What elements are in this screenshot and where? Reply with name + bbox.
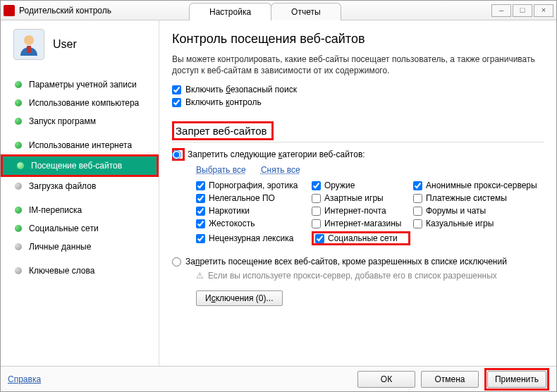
- tab-reports[interactable]: Отчеты: [271, 3, 341, 20]
- radio-block-all[interactable]: [172, 257, 181, 267]
- category-checkbox[interactable]: Казуальные игры: [413, 219, 547, 228]
- safe-search-checkbox[interactable]: [172, 85, 181, 94]
- status-dot-icon: [15, 118, 22, 125]
- radio-block-categories-row[interactable]: Запретить следующие категории веб-сайтов…: [172, 148, 544, 161]
- category-checkbox[interactable]: Нецензурная лексика: [196, 231, 309, 245]
- sidebar-item-label: Личные данные: [29, 242, 91, 252]
- link-select-all[interactable]: Выбрать все: [196, 165, 246, 175]
- category-label: Форумы и чаты: [426, 206, 486, 216]
- category-checkbox[interactable]: Форумы и чаты: [413, 206, 547, 216]
- radio-block-categories[interactable]: [172, 150, 181, 159]
- category-label: Социальные сети: [328, 233, 398, 243]
- username: User: [53, 38, 77, 51]
- main-panel: Контроль посещения веб-сайтов Вы можете …: [159, 20, 556, 366]
- category-checkbox-input[interactable]: [196, 181, 205, 190]
- category-checkbox-input[interactable]: [196, 207, 205, 216]
- category-checkbox[interactable]: Жестокость: [196, 219, 309, 228]
- category-checkbox[interactable]: Платежные системы: [413, 193, 547, 203]
- category-checkbox-input[interactable]: [312, 181, 321, 190]
- category-checkbox-input[interactable]: [196, 234, 205, 243]
- category-label: Оружие: [324, 180, 355, 190]
- nav-list: Параметры учетной записиИспользование ко…: [1, 70, 159, 280]
- category-label: Нелегальное ПО: [209, 193, 275, 203]
- sidebar-item-4[interactable]: Посещение веб-сайтов: [1, 154, 159, 177]
- app-logo-icon: [4, 5, 15, 16]
- page-description: Вы можете контролировать, какие веб-сайт…: [172, 54, 544, 76]
- sidebar-item-8[interactable]: Личные данные: [1, 238, 159, 256]
- safe-search-checkbox-row[interactable]: Включить безопасный поиск: [172, 85, 544, 94]
- status-dot-icon: [15, 183, 22, 190]
- sidebar-item-7[interactable]: Социальные сети: [1, 219, 159, 238]
- category-checkbox-input[interactable]: [413, 207, 422, 216]
- sidebar-item-label: Использование компьютера: [29, 98, 139, 108]
- sidebar-item-label: Загрузка файлов: [29, 181, 96, 191]
- category-checkbox[interactable]: Социальные сети: [312, 231, 410, 245]
- category-checkbox-input[interactable]: [196, 194, 205, 203]
- sidebar-item-label: Ключевые слова: [29, 266, 94, 276]
- category-checkbox[interactable]: Оружие: [312, 180, 410, 190]
- category-label: Азартные игры: [324, 193, 384, 203]
- category-checkbox[interactable]: Интернет-почта: [312, 206, 410, 216]
- tab-settings[interactable]: Настройка: [189, 3, 271, 20]
- maximize-button[interactable]: □: [513, 4, 532, 17]
- sidebar-item-label: Посещение веб-сайтов: [31, 161, 122, 171]
- category-label: Порнография, эротика: [209, 180, 298, 190]
- cancel-button[interactable]: Отмена: [421, 371, 479, 388]
- enable-control-checkbox[interactable]: [172, 98, 181, 107]
- svg-rect-1: [27, 46, 31, 53]
- link-clear-all[interactable]: Снять все: [261, 165, 300, 175]
- category-checkbox-input[interactable]: [413, 219, 422, 228]
- radio-block-all-row[interactable]: Запретить посещение всех веб-сайтов, кро…: [172, 257, 544, 267]
- category-label: Платежные системы: [426, 193, 507, 203]
- avatar: [13, 29, 44, 60]
- close-button[interactable]: ×: [534, 4, 553, 17]
- footer: Справка ОК Отмена Применить: [1, 366, 556, 391]
- category-checkbox[interactable]: Порнография, эротика: [196, 180, 309, 190]
- sidebar-item-0[interactable]: Параметры учетной записи: [1, 75, 159, 94]
- sidebar: User Параметры учетной записиИспользован…: [1, 20, 159, 366]
- window-title: Родительский контроль: [19, 6, 111, 16]
- sidebar-item-5[interactable]: Загрузка файлов: [1, 177, 159, 195]
- sidebar-item-2[interactable]: Запуск программ: [1, 112, 159, 130]
- apply-button-highlight: Применить: [484, 368, 549, 391]
- category-checkbox-input[interactable]: [312, 207, 321, 216]
- category-label: Казуальные игры: [426, 219, 494, 228]
- category-label: Наркотики: [209, 206, 250, 216]
- category-label: Нецензурная лексика: [209, 233, 293, 243]
- user-box: User: [1, 29, 159, 70]
- sidebar-item-1[interactable]: Использование компьютера: [1, 94, 159, 112]
- status-dot-icon: [15, 207, 22, 214]
- proxy-warning: ⚠ Если вы используете прокси-сервер, доб…: [196, 271, 544, 281]
- category-checkbox[interactable]: Наркотики: [196, 206, 309, 216]
- category-checkbox[interactable]: Анонимные прокси-серверы: [413, 180, 547, 190]
- status-dot-icon: [15, 267, 22, 274]
- sidebar-item-label: Использование интернета: [29, 140, 132, 150]
- sidebar-item-9[interactable]: Ключевые слова: [1, 256, 159, 280]
- status-dot-icon: [15, 99, 22, 106]
- minimize-button[interactable]: –: [491, 4, 511, 17]
- sidebar-item-3[interactable]: Использование интернета: [1, 130, 159, 154]
- category-checkbox-input[interactable]: [315, 234, 324, 243]
- status-dot-icon: [15, 225, 22, 232]
- ok-button[interactable]: ОК: [357, 371, 415, 388]
- category-checkbox[interactable]: Интернет-магазины: [312, 219, 410, 228]
- status-dot-icon: [17, 162, 24, 169]
- help-link[interactable]: Справка: [8, 374, 41, 384]
- category-checkbox: [413, 231, 547, 245]
- enable-control-label: Включить контроль: [185, 97, 262, 107]
- status-dot-icon: [15, 142, 22, 149]
- category-checkbox[interactable]: Азартные игры: [312, 193, 410, 203]
- category-checkbox-input[interactable]: [413, 194, 422, 203]
- enable-control-checkbox-row[interactable]: Включить контроль: [172, 97, 544, 107]
- sidebar-item-label: IM-переписка: [29, 205, 82, 215]
- category-checkbox-input[interactable]: [196, 219, 205, 228]
- sidebar-item-6[interactable]: IM-переписка: [1, 195, 159, 219]
- category-grid: Порнография, эротикаОружиеАнонимные прок…: [196, 180, 544, 245]
- category-checkbox[interactable]: Нелегальное ПО: [196, 193, 309, 203]
- apply-button[interactable]: Применить: [487, 371, 546, 388]
- exclusions-button[interactable]: Исключения (0)...: [196, 290, 283, 306]
- category-checkbox-input[interactable]: [312, 219, 321, 228]
- category-checkbox-input[interactable]: [413, 181, 422, 190]
- titlebar: Родительский контроль Настройка Отчеты –…: [1, 1, 556, 20]
- category-checkbox-input[interactable]: [312, 194, 321, 203]
